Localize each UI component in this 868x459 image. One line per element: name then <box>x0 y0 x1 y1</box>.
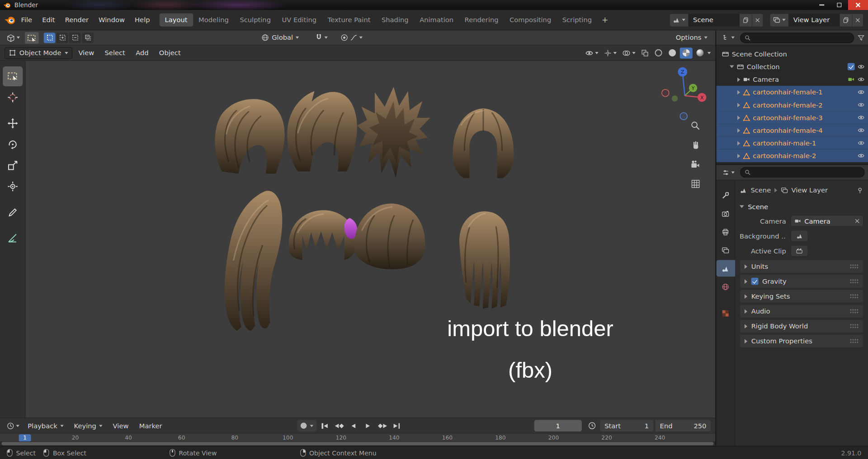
panel-grip-icon[interactable] <box>850 309 859 314</box>
panel-rigid-body-world[interactable]: Rigid Body World <box>740 319 863 333</box>
shading-material-button[interactable] <box>680 47 693 58</box>
collection-checkbox[interactable] <box>848 63 855 70</box>
menu-window[interactable]: Window <box>94 14 130 26</box>
eye-icon[interactable] <box>858 153 865 159</box>
workspace-tab-rendering[interactable]: Rendering <box>459 13 504 26</box>
outliner-row-mesh[interactable]: cartoonhair-male-1 <box>716 136 868 149</box>
breadcrumb-view-layer[interactable]: View Layer <box>792 187 828 194</box>
view-layer-new-button[interactable] <box>840 14 853 26</box>
shading-wireframe-button[interactable] <box>652 47 665 58</box>
panel-grip-icon[interactable] <box>850 338 859 343</box>
panel-audio[interactable]: Audio <box>740 304 863 318</box>
timeline-scrollbar[interactable] <box>0 441 715 446</box>
scene-browse-button[interactable] <box>670 14 689 26</box>
timeline-editor-type-button[interactable] <box>5 421 22 431</box>
proportional-editing-button[interactable] <box>339 33 365 42</box>
outliner-row-mesh[interactable]: cartoonhair-female-4 <box>716 124 868 136</box>
frame-range-clock-icon[interactable] <box>588 422 596 430</box>
scene-new-button[interactable] <box>740 14 752 26</box>
panel-grip-icon[interactable] <box>850 279 859 284</box>
outliner-search[interactable] <box>740 33 854 43</box>
previous-keyframe-button[interactable] <box>333 420 345 431</box>
editor-type-button[interactable] <box>5 33 22 43</box>
eye-icon[interactable] <box>858 76 865 82</box>
timeline-menu-view[interactable]: View <box>108 420 133 431</box>
tool-box-select[interactable] <box>3 66 23 86</box>
breadcrumb-scene[interactable]: Scene <box>750 187 771 194</box>
properties-search[interactable] <box>740 167 865 178</box>
shading-solid-button[interactable] <box>666 47 679 58</box>
eye-icon[interactable] <box>858 114 865 120</box>
zoom-button[interactable] <box>688 118 703 133</box>
camera-view-button[interactable] <box>688 157 703 172</box>
viewport-menu-add[interactable]: Add <box>131 47 153 58</box>
interaction-mode-dropdown[interactable]: Object Mode <box>5 47 72 59</box>
outliner-search-input[interactable] <box>754 34 850 41</box>
camera-id-selector[interactable]: Camera <box>791 215 864 227</box>
tool-rotate[interactable] <box>3 135 23 155</box>
workspace-tab-modeling[interactable]: Modeling <box>193 13 234 26</box>
end-frame-field[interactable]: End 250 <box>656 420 711 432</box>
menu-file[interactable]: File <box>16 14 38 26</box>
axis-minus-x-ball[interactable] <box>662 89 669 97</box>
auto-keying-button[interactable] <box>297 420 317 432</box>
expand-icon[interactable] <box>737 103 740 107</box>
toggle-ortho-button[interactable] <box>688 177 703 191</box>
select-mode-intersect[interactable] <box>82 33 94 43</box>
snap-toggle-button[interactable] <box>313 33 330 42</box>
outliner-row-mesh[interactable]: cartoonhair-female-3 <box>716 111 868 124</box>
tab-render[interactable] <box>716 205 735 222</box>
eye-icon[interactable] <box>858 127 865 133</box>
outliner-row-mesh[interactable]: cartoonhair-male-2 <box>716 150 868 162</box>
outliner-row-scene-collection[interactable]: Scene Collection <box>716 47 868 60</box>
xray-toggle[interactable] <box>639 48 651 58</box>
start-frame-field[interactable]: Start 1 <box>600 420 653 432</box>
eye-icon[interactable] <box>858 102 865 108</box>
outliner-row-camera[interactable]: Camera <box>716 73 868 86</box>
active-clip-selector[interactable] <box>791 245 808 257</box>
workspace-tab-animation[interactable]: Animation <box>414 13 459 26</box>
play-reverse-button[interactable] <box>347 420 360 431</box>
workspace-tab-uv-editing[interactable]: UV Editing <box>276 13 322 26</box>
tool-annotate[interactable] <box>3 202 23 222</box>
expand-icon[interactable] <box>737 115 740 120</box>
timeline-menu-playback[interactable]: Playback <box>23 420 68 431</box>
panel-grip-icon[interactable] <box>850 264 859 269</box>
select-mode-set[interactable] <box>44 33 56 43</box>
scene-unlink-button[interactable] <box>752 14 763 26</box>
panel-custom-properties[interactable]: Custom Properties <box>740 334 863 348</box>
workspace-tab-sculpting[interactable]: Sculpting <box>234 13 276 26</box>
expand-icon[interactable] <box>737 128 740 132</box>
axis-minus-y-ball[interactable] <box>672 95 678 101</box>
panel-grip-icon[interactable] <box>850 294 859 299</box>
menu-render[interactable]: Render <box>60 14 94 26</box>
timeline-menu-keying[interactable]: Keying <box>70 420 107 431</box>
view-layer-remove-button[interactable] <box>853 14 863 26</box>
playhead[interactable]: 1 <box>19 435 31 442</box>
properties-search-input[interactable] <box>754 169 860 176</box>
select-mode-extend[interactable] <box>57 33 68 43</box>
blender-menu-icon[interactable] <box>5 16 16 24</box>
workspace-tab-scripting[interactable]: Scripting <box>557 13 597 26</box>
next-keyframe-button[interactable] <box>376 420 389 431</box>
jump-to-start-button[interactable] <box>319 420 331 431</box>
scene-panel-header[interactable]: Scene <box>740 200 863 214</box>
eye-icon[interactable] <box>858 89 865 95</box>
workspace-tab-texture-paint[interactable]: Texture Paint <box>322 13 376 26</box>
outliner-editor-type-button[interactable] <box>720 33 737 42</box>
viewport-menu-select[interactable]: Select <box>100 47 130 58</box>
expand-icon[interactable] <box>737 141 740 145</box>
menu-edit[interactable]: Edit <box>37 14 60 26</box>
tab-output[interactable] <box>716 224 735 240</box>
menu-help[interactable]: Help <box>130 14 155 26</box>
tool-move[interactable] <box>3 113 23 133</box>
select-mode-subtract[interactable] <box>69 33 81 43</box>
filter-icon[interactable] <box>858 34 865 41</box>
scene-name-field[interactable]: Scene <box>689 14 740 26</box>
tool-measure[interactable] <box>3 229 23 248</box>
timeline-menu-marker[interactable]: Marker <box>135 420 166 431</box>
view-layer-browse-button[interactable] <box>770 14 789 26</box>
scrollbar-thumb[interactable] <box>2 442 714 445</box>
timeline-ruler[interactable]: 20 40 60 80 100 120 140 160 180 200 220 … <box>0 433 715 441</box>
view-layer-name-field[interactable]: View Layer <box>789 14 840 26</box>
